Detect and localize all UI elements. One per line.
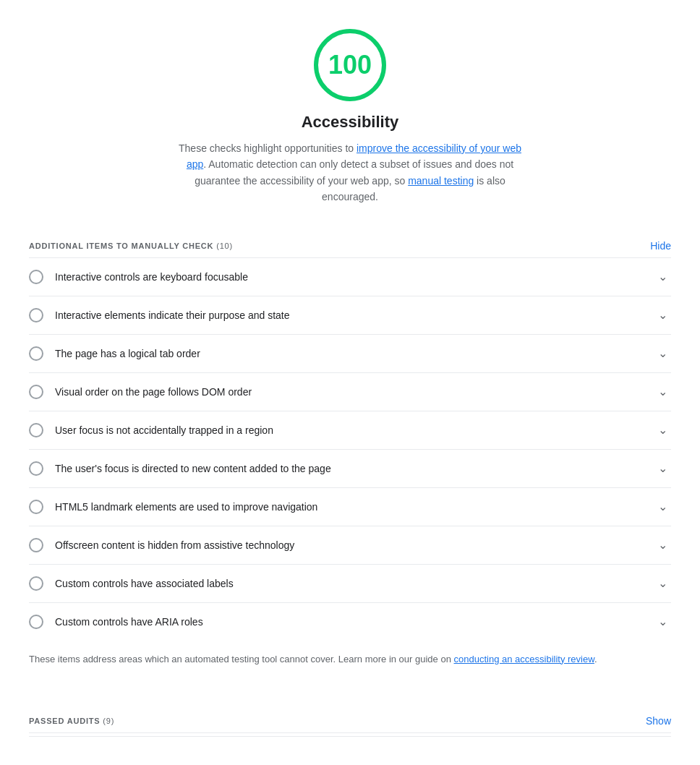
chevron-down-icon-9: ⌄ [654,613,671,631]
audit-icon-4 [29,423,43,437]
score-title: Accessibility [302,113,399,132]
audit-item-5[interactable]: The user's focus is directed to new cont… [29,450,671,488]
score-value: 100 [328,50,372,80]
audit-icon-6 [29,500,43,514]
audit-label-2: The page has a logical tab order [55,348,654,359]
audit-icon-8 [29,576,43,591]
manual-note-text-before: These items address areas which an autom… [29,654,454,664]
audit-label-7: Offscreen content is hidden from assisti… [55,539,654,551]
chevron-down-icon-2: ⌄ [654,345,671,362]
chevron-down-icon-0: ⌄ [654,268,671,286]
audit-icon-3 [29,385,43,399]
audit-item-9[interactable]: Custom controls have ARIA roles ⌄ [29,603,671,641]
chevron-down-icon-4: ⌄ [654,422,671,439]
not-applicable-section-header: NOT APPLICABLE (52) Show [29,754,671,765]
audit-item-6[interactable]: HTML5 landmark elements are used to impr… [29,488,671,526]
passed-show-button[interactable]: Show [646,715,671,727]
audit-item-1[interactable]: Interactive elements indicate their purp… [29,296,671,335]
audit-item-0[interactable]: Interactive controls are keyboard focusa… [29,258,671,296]
audit-icon-2 [29,346,43,361]
passed-section: PASSED AUDITS (9) Show [29,695,671,737]
audit-label-0: Interactive controls are keyboard focusa… [55,271,654,283]
manual-check-section-header: ADDITIONAL ITEMS TO MANUALLY CHECK (10) … [29,220,671,258]
audit-item-4[interactable]: User focus is not accidentally trapped i… [29,411,671,450]
chevron-down-icon-5: ⌄ [654,460,671,477]
hide-button[interactable]: Hide [650,240,671,252]
manual-testing-link[interactable]: manual testing [408,175,474,187]
audit-item-7[interactable]: Offscreen content is hidden from assisti… [29,526,671,565]
passed-count: (9) [103,717,114,725]
score-section: 100 Accessibility These checks highlight… [29,0,671,220]
accessibility-review-link[interactable]: conducting an accessibility review [454,654,594,664]
manual-check-count: (10) [216,242,233,250]
score-circle: 100 [314,29,386,101]
passed-section-border [29,736,671,737]
audit-label-8: Custom controls have associated labels [55,578,654,589]
manual-note-text-after: . [594,654,597,664]
chevron-down-icon-7: ⌄ [654,537,671,554]
audit-item-3[interactable]: Visual order on the page follows DOM ord… [29,373,671,411]
audit-label-6: HTML5 landmark elements are used to impr… [55,501,654,513]
audit-list: Interactive controls are keyboard focusa… [29,258,671,641]
audit-icon-5 [29,461,43,476]
chevron-down-icon-6: ⌄ [654,498,671,516]
chevron-down-icon-1: ⌄ [654,307,671,324]
audit-label-4: User focus is not accidentally trapped i… [55,424,654,436]
passed-section-title: PASSED AUDITS (9) [29,717,114,725]
audit-icon-1 [29,308,43,322]
audit-icon-0 [29,270,43,284]
audit-label-5: The user's focus is directed to new cont… [55,463,654,474]
audit-label-9: Custom controls have ARIA roles [55,616,654,628]
manual-check-note: These items address areas which an autom… [29,641,671,678]
chevron-down-icon-8: ⌄ [654,575,671,592]
description-part1: These checks highlight opportunities to [179,142,357,154]
audit-item-8[interactable]: Custom controls have associated labels ⌄ [29,565,671,603]
chevron-down-icon-3: ⌄ [654,383,671,401]
audit-icon-9 [29,615,43,629]
audit-label-1: Interactive elements indicate their purp… [55,309,654,321]
not-applicable-section: NOT APPLICABLE (52) Show [29,754,671,765]
score-description: These checks highlight opportunities to … [169,140,531,205]
page-container: 100 Accessibility These checks highlight… [0,0,700,765]
manual-check-title: ADDITIONAL ITEMS TO MANUALLY CHECK (10) [29,242,233,250]
audit-label-3: Visual order on the page follows DOM ord… [55,386,654,398]
passed-section-header: PASSED AUDITS (9) Show [29,695,671,733]
audit-icon-7 [29,538,43,552]
audit-item-2[interactable]: The page has a logical tab order ⌄ [29,335,671,373]
